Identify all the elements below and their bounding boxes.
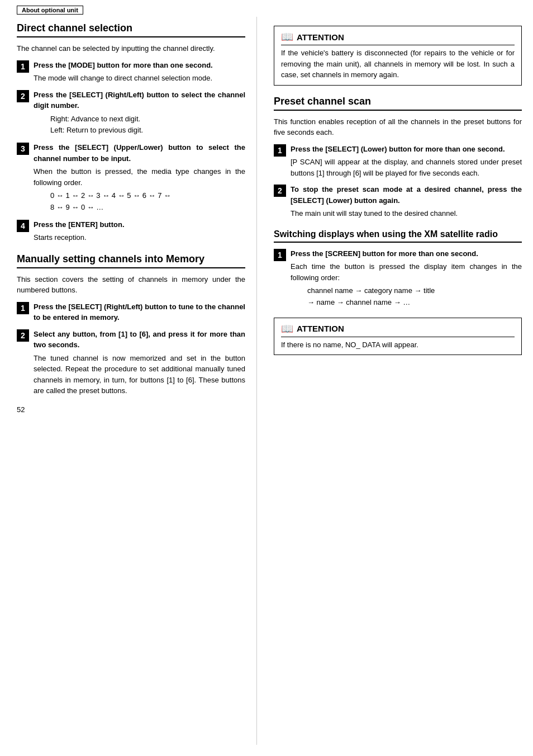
- step-4-body: Starts reception.: [34, 232, 245, 243]
- attention-box-2: 📖 ATTENTION If there is no name, NO_ DAT…: [274, 318, 522, 356]
- top-label-text: About optional unit: [17, 6, 83, 15]
- step-2-content: Press the [SELECT] (Right/Left) button t…: [34, 89, 245, 137]
- page: About optional unit Direct channel selec…: [0, 0, 533, 756]
- switching-step-1-body: Each time the button is pressed the disp…: [291, 261, 522, 283]
- step-4: 4 Press the [ENTER] button. Starts recep…: [17, 219, 245, 243]
- attention-title-1: 📖 ATTENTION: [281, 31, 515, 45]
- two-column-layout: Direct channel selection The channel can…: [0, 17, 533, 745]
- preset-step-2-content: To stop the preset scan mode at a desire…: [291, 184, 522, 219]
- step-2-number: 2: [17, 90, 29, 102]
- preset-step-1-body: [P SCAN] will appear at the display, and…: [291, 157, 522, 178]
- direct-channel-intro: The channel can be selected by inputting…: [17, 43, 245, 54]
- step-2-line-2: Left: Return to previous digit.: [50, 125, 245, 136]
- switching-displays-section: Switching displays when using the XM sat…: [274, 229, 522, 309]
- attention-icon-1: 📖: [281, 31, 293, 43]
- step-3: 3 Press the [SELECT] (Upper/Lower) butto…: [17, 142, 245, 214]
- step-2-heading: Press the [SELECT] (Right/Left) button t…: [34, 89, 245, 111]
- step-2-lines: Right: Advance to next digit. Left: Retu…: [50, 114, 245, 137]
- preset-step-1-number: 1: [274, 144, 286, 157]
- manually-setting-section: Manually setting channels into Memory Th…: [17, 253, 245, 396]
- step-1: 1 Press the [MODE] button for more than …: [17, 60, 245, 84]
- manually-step-2-heading: Select any button, from [1] to [6], and …: [34, 329, 245, 351]
- preset-step-2-body: The main unit will stay tuned to the des…: [291, 208, 522, 219]
- manually-step-2-number: 2: [17, 329, 29, 342]
- preset-step-1-heading: Press the [SELECT] (Lower) button for mo…: [291, 144, 522, 155]
- manually-step-1-heading: Press the [SELECT] (Right/Left) button t…: [34, 301, 245, 323]
- step-3-body: When the button is pressed, the media ty…: [34, 166, 245, 188]
- step-1-body: The mode will change to direct channel s…: [34, 73, 245, 84]
- manually-step-1-content: Press the [SELECT] (Right/Left) button t…: [34, 301, 245, 323]
- attention-text-1: If the vehicle's battery is disconnected…: [281, 48, 515, 81]
- manually-step-2-content: Select any button, from [1] to [6], and …: [34, 329, 245, 396]
- step-4-number: 4: [17, 220, 29, 232]
- preset-scan-section: Preset channel scan This function enable…: [274, 96, 522, 219]
- switching-step-1: 1 Press the [SCREEN] button for more tha…: [274, 248, 522, 309]
- attention-box-1: 📖 ATTENTION If the vehicle's battery is …: [274, 26, 522, 86]
- preset-scan-title: Preset channel scan: [274, 96, 522, 111]
- right-column: 📖 ATTENTION If the vehicle's battery is …: [257, 17, 533, 745]
- direct-channel-section: Direct channel selection The channel can…: [17, 22, 245, 243]
- switching-arrow-1: channel name → category name → title: [307, 285, 522, 297]
- preset-step-2-heading: To stop the preset scan mode at a desire…: [291, 184, 522, 206]
- page-number: 52: [17, 402, 245, 414]
- manually-step-2-body: The tuned channel is now memorized and s…: [34, 353, 245, 396]
- step-3-arrows: 0 ↔ 1 ↔ 2 ↔ 3 ↔ 4 ↔ 5 ↔ 6 ↔ 7 ↔ 8 ↔ 9 ↔ …: [50, 190, 245, 214]
- step-3-heading: Press the [SELECT] (Upper/Lower) button …: [34, 142, 245, 164]
- manually-step-1-number: 1: [17, 302, 29, 314]
- step-1-heading: Press the [MODE] button for more than on…: [34, 60, 245, 71]
- step-3-arrow-1: 0 ↔ 1 ↔ 2 ↔ 3 ↔ 4 ↔ 5 ↔ 6 ↔ 7 ↔: [50, 190, 245, 202]
- manually-step-2: 2 Select any button, from [1] to [6], an…: [17, 329, 245, 396]
- attention-icon-2: 📖: [281, 323, 293, 335]
- switching-step-1-content: Press the [SCREEN] button for more than …: [291, 248, 522, 309]
- step-2-line-1: Right: Advance to next digit.: [50, 114, 245, 125]
- step-3-arrow-2: 8 ↔ 9 ↔ 0 ↔ …: [50, 202, 245, 214]
- preset-step-1: 1 Press the [SELECT] (Lower) button for …: [274, 144, 522, 179]
- step-2: 2 Press the [SELECT] (Right/Left) button…: [17, 89, 245, 137]
- switching-arrow-2: → name → channel name → …: [307, 297, 522, 309]
- preset-scan-intro: This function enables reception of all t…: [274, 116, 522, 138]
- step-1-content: Press the [MODE] button for more than on…: [34, 60, 245, 84]
- step-3-content: Press the [SELECT] (Upper/Lower) button …: [34, 142, 245, 214]
- preset-step-1-content: Press the [SELECT] (Lower) button for mo…: [291, 144, 522, 179]
- preset-step-2: 2 To stop the preset scan mode at a desi…: [274, 184, 522, 219]
- manually-setting-intro: This section covers the setting of chann…: [17, 274, 245, 296]
- attention-text-2: If there is no name, NO_ DATA will appea…: [281, 339, 515, 351]
- switching-step-1-heading: Press the [SCREEN] button for more than …: [291, 248, 522, 259]
- step-4-heading: Press the [ENTER] button.: [34, 219, 245, 230]
- left-column: Direct channel selection The channel can…: [0, 17, 257, 745]
- top-label: About optional unit: [0, 6, 533, 17]
- direct-channel-title: Direct channel selection: [17, 22, 245, 37]
- step-4-content: Press the [ENTER] button. Starts recepti…: [34, 219, 245, 243]
- switching-step-1-number: 1: [274, 249, 286, 261]
- step-1-number: 1: [17, 60, 29, 73]
- switching-displays-title: Switching displays when using the XM sat…: [274, 229, 522, 243]
- preset-step-2-number: 2: [274, 185, 286, 197]
- manually-step-1: 1 Press the [SELECT] (Right/Left) button…: [17, 301, 245, 323]
- step-3-number: 3: [17, 143, 29, 155]
- manually-setting-title: Manually setting channels into Memory: [17, 253, 245, 268]
- switching-arrows: channel name → category name → title → n…: [307, 285, 522, 309]
- attention-title-2: 📖 ATTENTION: [281, 323, 515, 337]
